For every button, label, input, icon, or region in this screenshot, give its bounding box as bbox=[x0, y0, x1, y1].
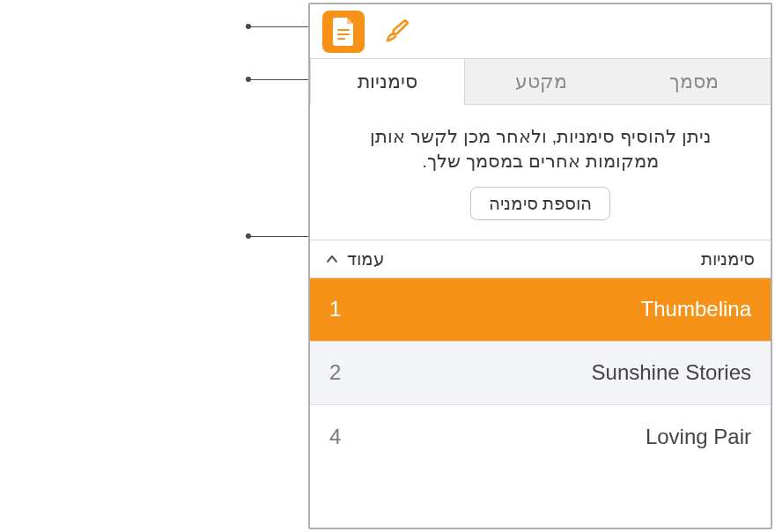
table-row[interactable]: 4 Loving Pair bbox=[310, 405, 771, 469]
svg-rect-2 bbox=[337, 38, 345, 40]
cell-page: 1 bbox=[329, 297, 365, 321]
inspector-toolbar bbox=[310, 4, 771, 59]
column-header-bookmarks-label: סימניות bbox=[701, 249, 755, 269]
table-row[interactable]: 2 Sunshine Stories bbox=[310, 342, 771, 405]
sort-ascending-icon bbox=[326, 255, 338, 263]
bookmarks-table-header: עמוד סימניות bbox=[310, 240, 771, 278]
document-icon bbox=[331, 18, 356, 46]
cell-name: Thumbelina bbox=[641, 297, 751, 321]
tab-document[interactable]: מסמך bbox=[617, 59, 771, 104]
inspector-tabs: סימניות מקטע מסמך bbox=[310, 59, 771, 105]
callout-dot bbox=[246, 77, 251, 82]
cell-page: 2 bbox=[329, 360, 365, 385]
tab-label: סימניות bbox=[358, 70, 417, 93]
cell-name: Sunshine Stories bbox=[592, 360, 751, 385]
callout-dot bbox=[246, 24, 251, 29]
description-text: ניתן להוסיף סימניות, ולאחר מכן לקשר אותן… bbox=[310, 105, 771, 187]
add-button-container: הוספת סימניה bbox=[310, 187, 771, 240]
bookmarks-table-body: 1 Thumbelina 2 Sunshine Stories 4 Loving… bbox=[310, 278, 771, 528]
tab-section[interactable]: מקטע bbox=[464, 59, 618, 104]
column-header-page[interactable]: עמוד bbox=[326, 248, 385, 270]
add-bookmark-label: הוספת סימניה bbox=[489, 194, 593, 213]
cell-page: 4 bbox=[329, 425, 365, 449]
add-bookmark-button[interactable]: הוספת סימניה bbox=[470, 187, 611, 220]
tab-bookmarks[interactable]: סימניות bbox=[310, 59, 464, 105]
bookmarks-pane: ניתן להוסיף סימניות, ולאחר מכן לקשר אותן… bbox=[310, 105, 771, 528]
format-tab-button[interactable] bbox=[375, 11, 417, 53]
table-row[interactable]: 1 Thumbelina bbox=[310, 278, 771, 342]
column-header-bookmarks[interactable]: סימניות bbox=[701, 248, 755, 270]
tab-label: מקטע bbox=[515, 70, 567, 93]
svg-rect-0 bbox=[337, 29, 350, 31]
svg-rect-1 bbox=[337, 33, 350, 35]
callout-dot bbox=[246, 233, 251, 239]
tab-label: מסמך bbox=[669, 70, 719, 93]
cell-name: Loving Pair bbox=[646, 425, 751, 449]
inspector-panel: סימניות מקטע מסמך ניתן להוסיף סימניות, ו… bbox=[308, 3, 772, 529]
document-tab-button[interactable] bbox=[322, 11, 365, 53]
format-brush-icon bbox=[381, 17, 411, 47]
column-header-page-label: עמוד bbox=[347, 248, 385, 270]
